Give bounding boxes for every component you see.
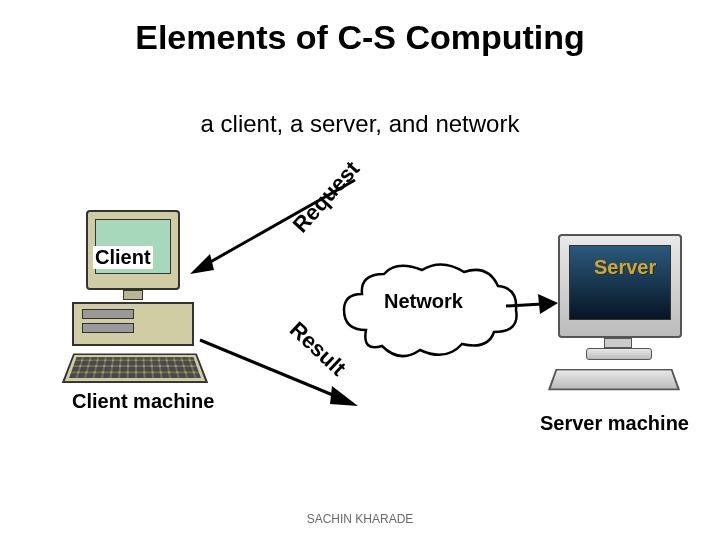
svg-marker-1	[190, 254, 214, 274]
subtitle: a client, a server, and network	[0, 110, 720, 138]
footer-author: SACHIN KHARADE	[0, 512, 720, 526]
svg-line-4	[506, 304, 542, 306]
server-label: Server	[594, 256, 656, 279]
svg-marker-5	[538, 294, 558, 314]
client-machine-label: Client machine	[72, 390, 214, 413]
server-machine-label: Server machine	[540, 412, 689, 435]
page-title: Elements of C-S Computing	[0, 18, 720, 57]
cloud-server-arrow-icon	[500, 292, 560, 318]
client-computer-icon	[68, 210, 198, 390]
svg-marker-3	[330, 386, 358, 406]
client-label: Client	[93, 246, 153, 269]
network-label: Network	[384, 290, 463, 313]
